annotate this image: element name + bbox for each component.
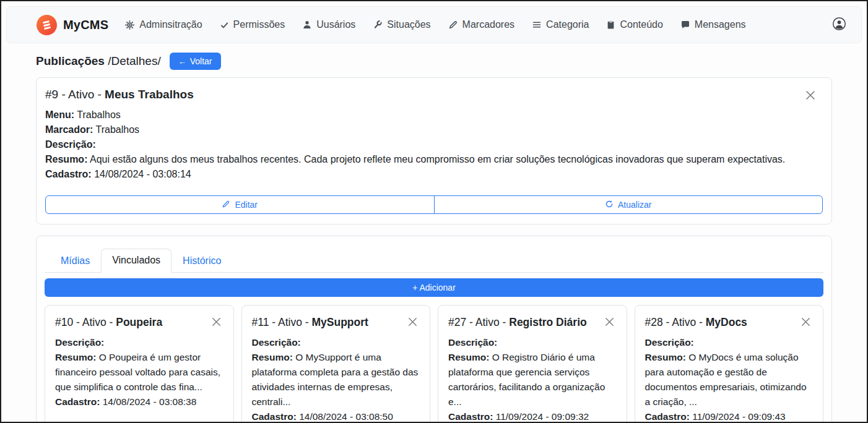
close-icon[interactable] [406, 315, 420, 329]
nav-item-categoria[interactable]: Categoria [532, 19, 589, 30]
linked-card-title: #27 - Ativo - Registro Diário [448, 315, 617, 330]
field-resumo: Resumo: O MyDocs é uma solução para auto… [645, 350, 814, 409]
refresh-icon [605, 200, 614, 210]
list-icon [532, 20, 542, 30]
field-descricao: Descrição: [448, 335, 617, 350]
detail-actions: Editar Atualizar [45, 195, 823, 214]
nav-item-situacoes[interactable]: Situações [373, 19, 430, 30]
breadcrumb-path: /Detalhes/ [105, 54, 161, 67]
field-resumo: Resumo: Aqui estão alguns dos meus traba… [45, 152, 823, 167]
linked-card-10: #10 - Ativo - Poupeira Descrição: Resumo… [45, 305, 234, 423]
nav-label: Situações [387, 19, 430, 30]
field-menu: Menu: Trabalhos [45, 108, 823, 122]
tab-midias[interactable]: Mídias [50, 249, 101, 273]
breadcrumb: Publicações /Detalhes/ [36, 54, 161, 68]
pencil-icon [448, 20, 458, 30]
field-descricao: Descrição: [645, 335, 814, 350]
close-icon[interactable] [602, 315, 617, 329]
field-cadastro: Cadastro: 14/08/2024 - 03:08:38 [55, 395, 224, 409]
nav-label: Marcadores [462, 19, 514, 30]
close-icon[interactable] [799, 315, 813, 329]
related-content-card: Mídias Vinculados Histórico + Adicionar … [36, 236, 832, 423]
linked-card-fields: Descrição: Resumo: O Registro Diário é u… [448, 335, 617, 423]
linked-card-27: #27 - Ativo - Registro Diário Descrição:… [438, 305, 627, 423]
detail-fields: Menu: Trabalhos Marcador: Trabalhos Desc… [45, 108, 823, 182]
linked-card-fields: Descrição: Resumo: O MySupport é uma pla… [252, 335, 420, 423]
adicionar-button[interactable]: + Adicionar [45, 278, 823, 297]
tab-historico[interactable]: Histórico [171, 249, 232, 273]
atualizar-label: Atualizar [618, 200, 651, 210]
linked-cards-grid: #10 - Ativo - Poupeira Descrição: Resumo… [45, 305, 823, 423]
nav-item-permissoes[interactable]: Permissões [220, 19, 285, 30]
field-cadastro: Cadastro: 14/08/2024 - 03:08:50 [252, 409, 420, 423]
nav-label: Permissões [233, 19, 285, 30]
tab-vinculados[interactable]: Vinculados [101, 249, 171, 273]
publication-detail-card: #9 - Ativo - Meus Trabalhos Menu: Trabal… [36, 77, 832, 224]
person-icon [302, 20, 312, 30]
pencil-icon [222, 200, 230, 210]
gear-icon [124, 20, 135, 30]
person-circle-icon [832, 17, 846, 33]
linked-card-fields: Descrição: Resumo: O MyDocs é uma soluçã… [645, 335, 814, 423]
linked-card-title: #28 - Ativo - MyDocs [645, 315, 814, 330]
brand[interactable]: MyCMS [37, 15, 108, 35]
tab-bar: Mídias Vinculados Histórico [45, 244, 823, 273]
nav-item-mensagens[interactable]: Mensagens [680, 19, 746, 30]
field-resumo: Resumo: O Registro Diário é uma platafor… [448, 350, 617, 409]
field-resumo: Resumo: O Poupeira é um gestor financeir… [55, 350, 224, 395]
editar-label: Editar [235, 200, 258, 210]
nav-label: Mensagens [695, 19, 746, 30]
clipboard-icon [606, 20, 615, 30]
close-icon[interactable] [209, 315, 224, 329]
field-descricao: Descrição: [55, 335, 224, 350]
field-marcador: Marcador: Trabalhos [45, 122, 823, 137]
linked-card-title: #11 - Ativo - MySupport [252, 315, 420, 330]
field-cadastro: Cadastro: 11/09/2024 - 09:09:43 [645, 409, 814, 423]
back-arrow-icon: ← [178, 57, 186, 66]
close-icon[interactable] [803, 88, 818, 103]
nav-item-administracao[interactable]: Adminsitração [124, 19, 202, 30]
breadcrumb-section: Publicações [36, 54, 105, 67]
nav-item-usuarios[interactable]: Uusários [302, 19, 355, 30]
app-window: MyCMS Adminsitração [0, 0, 868, 423]
linked-card-title: #10 - Ativo - Poupeira [55, 315, 224, 330]
atualizar-button[interactable]: Atualizar [434, 195, 823, 214]
check-icon [220, 20, 229, 30]
field-cadastro: Cadastro: 11/09/2024 - 09:09:32 [448, 409, 617, 423]
field-descricao: Descrição: [252, 335, 420, 350]
detail-title: #9 - Ativo - Meus Trabalhos [45, 87, 823, 101]
nav-item-marcadores[interactable]: Marcadores [448, 19, 514, 30]
field-cadastro: Cadastro: 14/08/2024 - 03:08:14 [45, 167, 823, 182]
detail-title-name: Meus Trabalhos [105, 88, 194, 101]
nav-items: Adminsitração Permissões Uusários [124, 19, 832, 30]
nav-label: Adminsitração [139, 19, 202, 30]
nav-label: Uusários [316, 19, 355, 30]
account-menu[interactable] [832, 17, 846, 33]
voltar-button[interactable]: ← Voltar [170, 53, 221, 70]
nav-label: Conteúdo [620, 19, 662, 30]
linked-card-11: #11 - Ativo - MySupport Descrição: Resum… [241, 305, 431, 423]
field-descricao: Descrição: [45, 137, 823, 152]
wrench-icon [373, 20, 383, 30]
nav-item-conteudo[interactable]: Conteúdo [606, 19, 662, 30]
linked-card-fields: Descrição: Resumo: O Poupeira é um gesto… [55, 335, 224, 409]
brand-name: MyCMS [63, 18, 108, 32]
field-resumo: Resumo: O MySupport é uma plataforma com… [252, 350, 420, 409]
voltar-label: Voltar [190, 56, 212, 66]
linked-card-28: #28 - Ativo - MyDocs Descrição: Resumo: … [635, 305, 824, 423]
editar-button[interactable]: Editar [45, 195, 435, 214]
breadcrumb-row: Publicações /Detalhes/ ← Voltar [1, 43, 867, 70]
nav-label: Categoria [546, 19, 589, 30]
detail-title-prefix: #9 - Ativo - [45, 88, 105, 101]
chat-icon [680, 20, 690, 30]
mycms-logo-icon [37, 15, 57, 35]
top-navbar: MyCMS Adminsitração [6, 6, 862, 43]
